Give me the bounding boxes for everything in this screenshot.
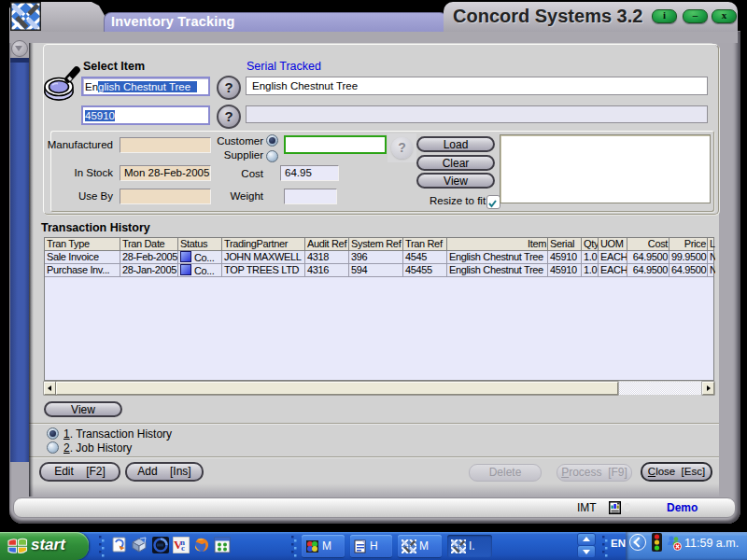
svg-text:c: c [181, 543, 185, 553]
